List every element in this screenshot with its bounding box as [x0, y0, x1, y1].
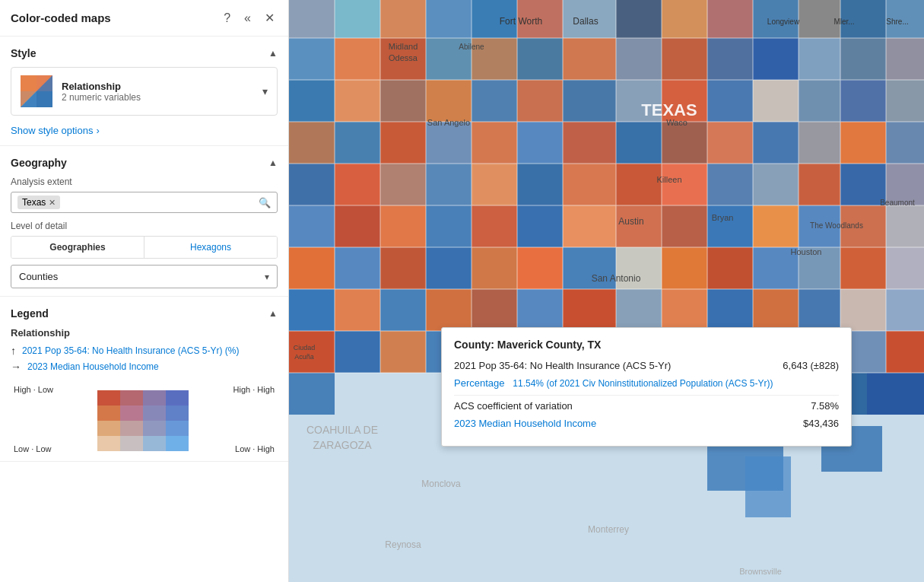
svg-text:Reynosa: Reynosa	[385, 539, 421, 550]
tooltip-row4-label: 2023 Median Household Income	[454, 418, 803, 429]
svg-rect-127	[563, 289, 616, 331]
counties-dropdown[interactable]: Counties ▾	[11, 265, 278, 288]
svg-rect-15	[120, 421, 143, 436]
style-card[interactable]: Relationship 2 numeric variables ▾	[11, 67, 278, 116]
svg-rect-90	[799, 164, 840, 205]
help-button[interactable]: ?	[221, 10, 233, 27]
svg-rect-159	[745, 456, 791, 517]
map-area[interactable]: TEXAS Fort Worth Dallas Midland Odessa S…	[289, 0, 924, 582]
svg-rect-119	[840, 247, 886, 289]
svg-rect-150	[289, 373, 335, 415]
close-button[interactable]: ✕	[262, 9, 278, 27]
style-section-header[interactable]: Style ▲	[11, 47, 278, 59]
svg-rect-133	[840, 289, 886, 331]
svg-text:Monclova: Monclova	[421, 479, 461, 489]
svg-text:San Antonio: San Antonio	[592, 273, 641, 284]
svg-rect-106	[886, 205, 924, 247]
legend-labels-left: High · Low Low · Low	[14, 385, 53, 453]
svg-rect-16	[143, 421, 166, 436]
texas-label: TEXAS	[641, 100, 697, 119]
svg-rect-10	[97, 405, 120, 421]
svg-rect-13	[166, 405, 189, 421]
hexagons-toggle-button[interactable]: Hexagons	[144, 237, 277, 258]
style-section-title: Style	[11, 47, 36, 59]
svg-rect-48	[799, 38, 840, 80]
legend-grid-area: High · Low Low · Low	[11, 385, 278, 453]
svg-rect-89	[753, 164, 799, 205]
show-style-button[interactable]: Show style options ›	[11, 123, 100, 138]
svg-rect-78	[886, 122, 924, 164]
legend-section-title: Legend	[11, 307, 49, 320]
svg-rect-86	[616, 164, 662, 205]
svg-text:Brownsville: Brownsville	[739, 567, 782, 576]
svg-rect-64	[886, 80, 924, 122]
svg-rect-68	[426, 122, 472, 164]
legend-section-header[interactable]: Legend ▲	[11, 307, 278, 320]
svg-rect-63	[840, 80, 886, 122]
svg-rect-116	[707, 247, 753, 289]
svg-text:Beaumont: Beaumont	[880, 199, 915, 207]
tooltip-row-2: Percentage 11.54% (of 2021 Civ Noninstit…	[454, 377, 839, 389]
texas-tag[interactable]: Texas ✕	[17, 196, 60, 209]
svg-rect-67	[380, 122, 426, 164]
svg-rect-94	[335, 205, 380, 247]
svg-rect-79	[289, 164, 335, 205]
svg-rect-61	[753, 80, 799, 122]
svg-rect-23	[289, 0, 335, 38]
svg-rect-9	[166, 390, 189, 405]
legend-grid-svg	[97, 390, 189, 451]
high-low-label: High · Low	[14, 385, 53, 394]
svg-text:Dallas: Dallas	[573, 16, 598, 27]
geography-section-header[interactable]: Geography ▲	[11, 157, 278, 169]
svg-rect-157	[867, 373, 924, 415]
svg-rect-18	[97, 436, 120, 451]
svg-rect-77	[840, 122, 886, 164]
svg-rect-44	[616, 38, 662, 80]
svg-rect-72	[616, 122, 662, 164]
svg-rect-103	[753, 205, 799, 247]
svg-text:Ciudad: Ciudad	[294, 344, 316, 351]
svg-text:Shre...: Shre...	[886, 17, 908, 26]
svg-rect-20	[143, 436, 166, 451]
counties-label: Counties	[19, 271, 58, 282]
style-dropdown-arrow-icon: ▾	[262, 85, 268, 97]
left-panel: Color-coded maps ? « ✕ Style ▲	[0, 0, 289, 582]
svg-rect-55	[472, 80, 517, 122]
tooltip-row1-label: 2021 Pop 35-64: No Health Insurance (ACS…	[454, 360, 783, 371]
svg-rect-42	[517, 38, 563, 80]
legend-grid-container	[97, 390, 189, 453]
legend-section: Legend ▲ Relationship ↑ 2021 Pop 35-64: …	[0, 297, 288, 462]
panel-icons: ? « ✕	[221, 9, 278, 27]
svg-rect-51	[289, 80, 335, 122]
geography-section-title: Geography	[11, 157, 67, 169]
panel-title: Color-coded maps	[11, 11, 221, 24]
svg-rect-85	[563, 164, 616, 205]
svg-text:Fort Worth: Fort Worth	[500, 16, 542, 27]
svg-rect-102	[707, 205, 753, 247]
svg-rect-30	[616, 0, 662, 38]
tooltip-row3-value: 7.58%	[811, 400, 839, 412]
svg-rect-111	[472, 247, 517, 289]
svg-rect-32	[707, 0, 753, 38]
svg-rect-46	[707, 38, 753, 80]
svg-rect-112	[517, 247, 563, 289]
tag-remove-icon[interactable]: ✕	[49, 198, 56, 208]
svg-rect-148	[886, 331, 924, 373]
svg-rect-31	[662, 0, 707, 38]
search-icon[interactable]: 🔍	[259, 197, 271, 208]
low-low-label: Low · Low	[14, 444, 53, 453]
svg-text:San Angelo: San Angelo	[427, 118, 470, 127]
svg-rect-122	[335, 289, 380, 331]
style-desc: 2 numeric variables	[62, 92, 253, 103]
svg-rect-49	[840, 38, 886, 80]
svg-rect-137	[380, 331, 426, 373]
svg-text:Longview: Longview	[767, 17, 800, 26]
svg-rect-98	[517, 205, 563, 247]
geographies-toggle-button[interactable]: Geographies	[11, 237, 144, 258]
analysis-extent-input[interactable]: Texas ✕ 🔍	[11, 192, 278, 213]
svg-rect-62	[799, 80, 840, 122]
legend-chevron-icon: ▲	[268, 308, 278, 319]
collapse-button[interactable]: «	[241, 10, 254, 27]
svg-rect-12	[143, 405, 166, 421]
tooltip-row3-label: ACS coefficient of variation	[454, 400, 811, 412]
